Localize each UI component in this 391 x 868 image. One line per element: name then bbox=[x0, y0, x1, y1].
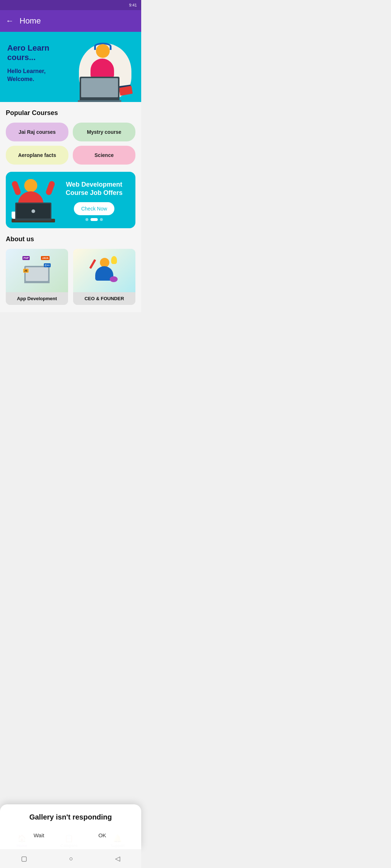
person-head bbox=[96, 44, 110, 58]
promo-illustration bbox=[12, 179, 55, 222]
dev-laptop-screen bbox=[26, 267, 48, 281]
hero-subtitle: Hello Learner, Welcome. bbox=[7, 67, 76, 84]
course-grid: Jai Raj courses Mystry course Aeroplane … bbox=[6, 123, 135, 165]
bulb-icon bbox=[111, 256, 117, 264]
promo-head bbox=[24, 179, 37, 192]
promo-banner: Web Development Course Job Offers Check … bbox=[6, 172, 135, 228]
ceo-label: CEO & FOUNDER bbox=[73, 292, 135, 305]
hero-banner: Aero Learn cours... Hello Learner, Welco… bbox=[0, 32, 141, 102]
course-chip-science[interactable]: Science bbox=[73, 146, 135, 165]
course-chip-jai-raj[interactable]: Jai Raj courses bbox=[6, 123, 68, 141]
arm-right bbox=[45, 180, 56, 196]
ceo-icon bbox=[90, 256, 119, 285]
tag-php: PHP bbox=[22, 256, 30, 260]
app-bar: ← Home bbox=[0, 10, 141, 32]
laptop-base bbox=[78, 100, 121, 102]
tag-cpp: C++ bbox=[44, 263, 51, 267]
app-dev-image: PHP JAVA C++ JS bbox=[6, 249, 68, 292]
dot-3 bbox=[100, 218, 103, 221]
slide-dots bbox=[59, 218, 130, 221]
about-us-title: About us bbox=[6, 235, 135, 243]
app-bar-title: Home bbox=[20, 16, 41, 26]
hero-text: Aero Learn cours... Hello Learner, Welco… bbox=[7, 41, 76, 84]
hero-title: Aero Learn cours... bbox=[7, 43, 76, 62]
promo-laptop bbox=[15, 203, 51, 221]
popular-courses-title: Popular Courses bbox=[6, 109, 135, 117]
dev-icon: PHP JAVA C++ JS bbox=[22, 256, 51, 285]
course-chip-aeroplane[interactable]: Aeroplane facts bbox=[6, 146, 68, 165]
dot-1 bbox=[85, 218, 88, 221]
palette-icon bbox=[110, 276, 118, 282]
laptop-icon bbox=[80, 77, 119, 100]
laptop-screen bbox=[81, 78, 118, 97]
pencil-icon bbox=[89, 259, 96, 269]
main-content: Popular Courses Jai Raj courses Mystry c… bbox=[0, 102, 141, 312]
hero-image bbox=[76, 41, 134, 102]
about-card-ceo[interactable]: CEO & FOUNDER bbox=[73, 249, 135, 305]
promo-check-now-button[interactable]: Check Now bbox=[74, 202, 114, 215]
about-card-app-dev[interactable]: PHP JAVA C++ JS App Development bbox=[6, 249, 68, 305]
app-dev-label: App Development bbox=[6, 292, 68, 305]
status-time: 9:41 bbox=[129, 3, 137, 7]
back-button[interactable]: ← bbox=[6, 16, 14, 26]
promo-laptop-screen bbox=[16, 204, 50, 218]
ceo-image bbox=[73, 249, 135, 292]
status-bar: 9:41 bbox=[0, 0, 141, 10]
tag-js: JS bbox=[23, 269, 29, 273]
dot-2-active bbox=[91, 218, 98, 221]
hero-line2: Welcome. bbox=[7, 76, 34, 82]
course-chip-mystry[interactable]: Mystry course bbox=[73, 123, 135, 141]
hero-line1: Hello Learner, bbox=[7, 68, 46, 74]
promo-title: Web Development Course Job Offers bbox=[59, 180, 130, 197]
book-icon-2 bbox=[119, 86, 133, 96]
laptop-dot bbox=[31, 209, 35, 213]
arm-left bbox=[11, 180, 22, 196]
tag-java: JAVA bbox=[41, 256, 50, 260]
promo-text: Web Development Course Job Offers Check … bbox=[59, 180, 130, 221]
about-grid: PHP JAVA C++ JS App Development bbox=[6, 249, 135, 305]
